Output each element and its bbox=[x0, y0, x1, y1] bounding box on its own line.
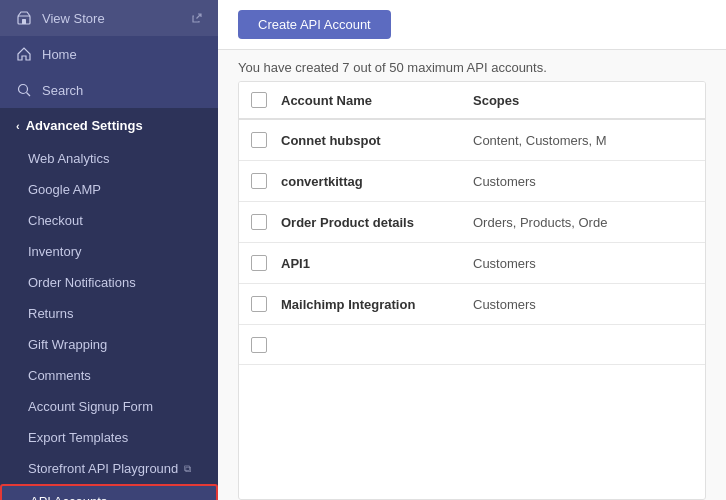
row-scopes: Customers bbox=[473, 174, 693, 189]
sidebar-item-account-signup-form[interactable]: Account Signup Form bbox=[0, 391, 218, 422]
sidebar-item-returns[interactable]: Returns bbox=[0, 298, 218, 329]
sidebar-item-storefront-api-playground[interactable]: Storefront API Playground ⧉ bbox=[0, 453, 218, 484]
sidebar-item-gift-wrapping[interactable]: Gift Wrapping bbox=[0, 329, 218, 360]
svg-rect-1 bbox=[22, 19, 26, 24]
row-scopes: Orders, Products, Orde bbox=[473, 215, 693, 230]
row-checkbox[interactable] bbox=[251, 296, 267, 312]
svg-line-3 bbox=[27, 93, 31, 97]
table-row bbox=[239, 325, 705, 365]
row-checkbox[interactable] bbox=[251, 173, 267, 189]
chevron-left-icon: ‹ bbox=[16, 120, 20, 132]
row-checkbox-col bbox=[251, 173, 281, 189]
sidebar-sub-items: Web Analytics Google AMP Checkout Invent… bbox=[0, 143, 218, 500]
row-scopes: Customers bbox=[473, 256, 693, 271]
sidebar-item-api-accounts[interactable]: API Accounts bbox=[0, 484, 218, 500]
row-checkbox[interactable] bbox=[251, 337, 267, 353]
svg-point-2 bbox=[19, 85, 28, 94]
sidebar-item-home[interactable]: Home bbox=[0, 36, 218, 72]
store-icon bbox=[16, 10, 32, 26]
sidebar-item-search[interactable]: Search bbox=[0, 72, 218, 108]
table-header-row: Account Name Scopes bbox=[239, 82, 705, 120]
select-all-checkbox[interactable] bbox=[251, 92, 267, 108]
row-account-name: Order Product details bbox=[281, 215, 473, 230]
sidebar-item-export-templates[interactable]: Export Templates bbox=[0, 422, 218, 453]
api-accounts-table: Account Name Scopes Connet hubspot Conte… bbox=[238, 81, 706, 500]
table-row: API1 Customers bbox=[239, 243, 705, 284]
header-checkbox-col bbox=[251, 92, 281, 108]
table-row: convertkittag Customers bbox=[239, 161, 705, 202]
sidebar-item-web-analytics[interactable]: Web Analytics bbox=[0, 143, 218, 174]
sidebar-item-comments[interactable]: Comments bbox=[0, 360, 218, 391]
row-account-name: API1 bbox=[281, 256, 473, 271]
main-top-bar: Create API Account bbox=[218, 0, 726, 50]
external-link-small-icon: ⧉ bbox=[184, 463, 191, 475]
header-account-name: Account Name bbox=[281, 93, 473, 108]
row-scopes: Content, Customers, M bbox=[473, 133, 693, 148]
row-checkbox[interactable] bbox=[251, 214, 267, 230]
sidebar-item-order-notifications[interactable]: Order Notifications bbox=[0, 267, 218, 298]
row-account-name: Mailchimp Integration bbox=[281, 297, 473, 312]
sidebar-item-inventory[interactable]: Inventory bbox=[0, 236, 218, 267]
sidebar-item-view-store[interactable]: View Store bbox=[0, 0, 218, 36]
table-row: Order Product details Orders, Products, … bbox=[239, 202, 705, 243]
sidebar-item-google-amp[interactable]: Google AMP bbox=[0, 174, 218, 205]
sidebar-label-view-store: View Store bbox=[42, 11, 105, 26]
table-row: Connet hubspot Content, Customers, M bbox=[239, 120, 705, 161]
row-checkbox[interactable] bbox=[251, 132, 267, 148]
row-account-name: convertkittag bbox=[281, 174, 473, 189]
sidebar-label-search: Search bbox=[42, 83, 83, 98]
row-account-name: Connet hubspot bbox=[281, 133, 473, 148]
home-icon bbox=[16, 46, 32, 62]
sidebar-item-checkout[interactable]: Checkout bbox=[0, 205, 218, 236]
main-content: Create API Account You have created 7 ou… bbox=[218, 0, 726, 500]
sidebar-top: View Store Home Search bbox=[0, 0, 218, 108]
row-checkbox-col bbox=[251, 132, 281, 148]
api-count-text: You have created 7 out of 50 maximum API… bbox=[238, 60, 706, 75]
row-checkbox-col bbox=[251, 214, 281, 230]
create-api-account-button[interactable]: Create API Account bbox=[238, 10, 391, 39]
sidebar-section-advanced-settings[interactable]: ‹ Advanced Settings bbox=[0, 108, 218, 143]
row-scopes: Customers bbox=[473, 297, 693, 312]
sidebar: View Store Home Search bbox=[0, 0, 218, 500]
row-checkbox-col bbox=[251, 255, 281, 271]
external-link-icon bbox=[192, 11, 202, 26]
row-checkbox-col bbox=[251, 337, 281, 353]
search-icon bbox=[16, 82, 32, 98]
row-checkbox-col bbox=[251, 296, 281, 312]
section-header-label: Advanced Settings bbox=[26, 118, 143, 133]
row-checkbox[interactable] bbox=[251, 255, 267, 271]
table-row: Mailchimp Integration Customers bbox=[239, 284, 705, 325]
header-scopes: Scopes bbox=[473, 93, 693, 108]
sidebar-label-home: Home bbox=[42, 47, 77, 62]
